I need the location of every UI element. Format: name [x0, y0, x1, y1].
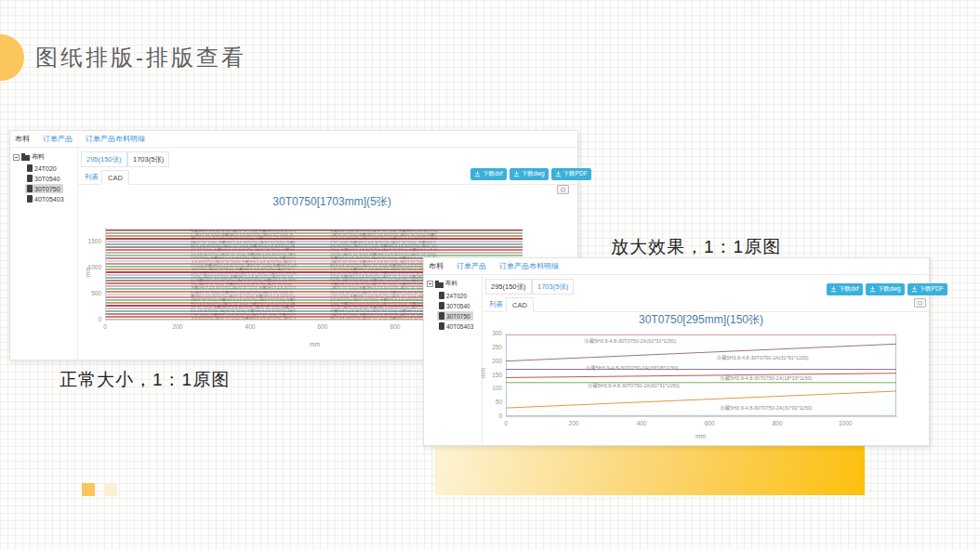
y-tick: 300 — [478, 330, 502, 336]
file-icon — [439, 322, 444, 330]
tree-root-label: 布料 — [32, 152, 45, 162]
nav-tab-order-product[interactable]: 订单产品 — [43, 134, 73, 144]
x-axis-label: mm — [310, 341, 320, 347]
slide: 图纸排版-排版查看 布料 订单产品 订单产品布料明细 布料 24T020 30T… — [0, 0, 980, 550]
download-icon — [513, 171, 520, 177]
x-tick: 1000 — [831, 420, 859, 426]
x-tick: 0 — [91, 323, 119, 330]
top-nav: 布料 订单产品 订单产品布料明细 — [10, 131, 577, 148]
file-icon — [27, 175, 33, 182]
file-icon — [27, 185, 33, 192]
accent-square-dark — [82, 483, 95, 496]
part-label: 冷藏5H3.9-4.8-30T0750-2A(91*31*1150) — [584, 338, 676, 344]
app-window-zoomed: 布料 订单产品 订单产品布料明细 布料 24T020 30T0540 30T07… — [423, 257, 930, 446]
part-label: 冷藏5H3.9-4.8-30T0750-2A(18*33*1150) — [720, 375, 812, 381]
collapse-icon[interactable] — [13, 154, 20, 161]
caption-zoom-effect: 放大效果，1：1原图 — [611, 235, 781, 259]
file-icon — [27, 195, 33, 203]
nav-tab-order-product[interactable]: 订单产品 — [457, 261, 486, 271]
tree-item-30T0750[interactable]: 30T0750 — [25, 184, 63, 193]
x-tick: 600 — [695, 420, 723, 426]
y-tick: 1500 — [77, 238, 101, 244]
file-icon — [439, 312, 444, 320]
y-tick: 500 — [77, 290, 101, 296]
piece-edge-3 — [506, 373, 896, 378]
chart-title: 30T0750[1703mm](5张) — [155, 194, 509, 210]
download-pdf-button[interactable]: 下载PDF — [551, 168, 591, 180]
part-label: 冷藏5H3.9-4.8-30T0750-2A(31*91*1150) — [716, 355, 808, 360]
nav-tab-fabric[interactable]: 布料 — [15, 134, 30, 144]
nesting-line-chart: 冷藏5H3.9-4.8-30T0750-2A(91*31*1150)冷藏5H3.… — [506, 334, 896, 416]
tree-root[interactable]: 布料 — [13, 152, 45, 162]
download-pdf-button[interactable]: 下载PDF — [907, 283, 947, 295]
x-tick: 800 — [763, 420, 791, 426]
view-tab-list[interactable]: 列表 — [489, 300, 503, 309]
accent-square-light — [104, 483, 117, 496]
download-icon — [869, 286, 876, 293]
dense-part-labels: 冷藏5H3.9-4.8-30T0750-2A(91*31*1150) 冷藏5H3… — [191, 229, 297, 320]
accent-circle — [0, 34, 24, 81]
nav-tab-order-product-fabric-detail[interactable]: 订单产品布料明细 — [86, 134, 145, 144]
y-tick: 250 — [478, 344, 502, 350]
tree-root-label: 布料 — [445, 280, 457, 288]
y-tick: 200 — [478, 358, 502, 364]
folder-icon — [435, 282, 444, 288]
save-as-image-icon[interactable] — [557, 185, 569, 194]
collapse-icon[interactable] — [427, 281, 433, 287]
file-icon — [439, 292, 444, 299]
caption-normal-size: 正常大小，1：1原图 — [60, 368, 230, 392]
download-icon — [830, 286, 837, 293]
x-tick: 200 — [164, 323, 192, 330]
part-label: 冷藏5H3.9-4.8-30T0750-2A(31*91*1150) — [720, 405, 812, 411]
folder-icon — [21, 155, 30, 161]
x-axis-line — [506, 416, 897, 417]
tree-root[interactable]: 布料 — [427, 280, 457, 288]
tree-item-30T0750[interactable]: 30T0750 — [437, 311, 473, 321]
x-tick: 400 — [628, 420, 656, 426]
file-icon — [27, 164, 33, 172]
y-tick: 0 — [77, 316, 101, 322]
y-axis-label: mm — [85, 267, 91, 277]
part-label: 冷藏5H3.9-4.8-30T0750-2A(33*18*1150) — [586, 365, 678, 371]
size-tab-1703[interactable]: 1703(5张) — [127, 151, 169, 167]
x-tick: 800 — [381, 323, 409, 330]
download-dwg-button[interactable]: 下载dwg — [510, 168, 549, 180]
part-label: 冷藏5H3.9-4.8-30T0750-2A(91*31*1150) — [588, 383, 680, 388]
x-tick: 600 — [309, 323, 337, 330]
view-tab-cad[interactable]: CAD — [101, 170, 129, 185]
x-axis-label: mm — [695, 433, 706, 439]
view-tab-cad[interactable]: CAD — [506, 297, 534, 312]
bottom-accent-bar — [435, 445, 865, 495]
size-tab-295[interactable]: 295(150张) — [81, 151, 127, 167]
tree-item-30T0540[interactable]: 30T0540 — [25, 174, 63, 183]
piece-edge-5 — [506, 391, 896, 408]
tree-item-40T05403[interactable]: 40T05403 — [25, 194, 67, 203]
download-dxf-button[interactable]: 下载dxf — [470, 168, 507, 180]
top-nav: 布料 订单产品 订单产品布料明细 — [424, 258, 929, 275]
download-icon — [474, 171, 481, 177]
size-tab-295[interactable]: 295(150张) — [485, 279, 532, 295]
y-tick: 0 — [478, 412, 502, 419]
fabric-tree: 布料 24T020 30T0540 30T0750 40T05403 — [424, 275, 483, 445]
size-tab-1703[interactable]: 1703(5张) — [532, 279, 574, 295]
view-tab-list[interactable]: 列表 — [85, 173, 99, 182]
tab-bar-divider — [77, 184, 577, 185]
nav-tab-fabric[interactable]: 布料 — [429, 261, 444, 271]
fabric-tree: 布料 24T020 30T0540 30T0750 40T05403 — [10, 148, 78, 360]
piece-edge-1 — [506, 344, 896, 360]
download-dwg-button[interactable]: 下载dwg — [866, 283, 905, 295]
chart-title: 30T0750[295mm](150张) — [524, 312, 878, 328]
export-buttons: 下载dxf 下载dwg 下载PDF — [827, 283, 947, 295]
y-tick: 50 — [478, 399, 502, 405]
tree-item-24T020[interactable]: 24T020 — [25, 164, 60, 173]
download-icon — [555, 171, 562, 177]
save-as-image-icon[interactable] — [914, 298, 926, 308]
tree-item-30T0540[interactable]: 30T0540 — [437, 301, 473, 310]
x-tick: 0 — [492, 420, 520, 426]
nav-tab-order-product-fabric-detail[interactable]: 订单产品布料明细 — [499, 261, 559, 271]
tree-item-24T020[interactable]: 24T020 — [437, 291, 470, 300]
download-dxf-button[interactable]: 下载dxf — [827, 283, 863, 295]
y-tick: 100 — [478, 385, 502, 391]
y-axis-label: mm — [480, 368, 486, 378]
tree-item-40T05403[interactable]: 40T05403 — [437, 321, 476, 331]
